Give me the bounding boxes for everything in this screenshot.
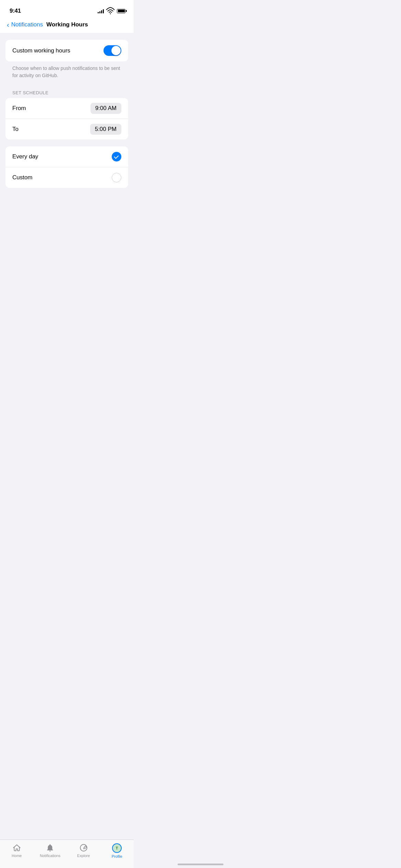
to-row[interactable]: To 5:00 PM	[5, 119, 128, 140]
custom-row[interactable]: Custom	[5, 167, 128, 188]
status-bar: 9:41	[0, 0, 134, 17]
wifi-icon	[106, 7, 115, 15]
status-time: 9:41	[10, 8, 21, 14]
custom-label: Custom	[12, 174, 33, 181]
custom-radio[interactable]	[112, 173, 121, 182]
every-day-row[interactable]: Every day	[5, 146, 128, 167]
description-text: Choose when to allow push notifications …	[5, 65, 128, 85]
every-day-radio[interactable]	[112, 152, 121, 161]
battery-icon	[117, 9, 125, 13]
custom-working-hours-label: Custom working hours	[12, 47, 70, 54]
from-label: From	[12, 105, 26, 112]
every-day-label: Every day	[12, 153, 38, 160]
status-icons	[98, 7, 125, 15]
from-row[interactable]: From 9:00 AM	[5, 98, 128, 119]
nav-header: ‹ Notifications Working Hours	[0, 17, 134, 33]
custom-working-hours-card: Custom working hours	[5, 40, 128, 61]
set-schedule-header: SET SCHEDULE	[5, 85, 128, 98]
schedule-card: From 9:00 AM To 5:00 PM	[5, 98, 128, 140]
to-time[interactable]: 5:00 PM	[90, 124, 121, 135]
day-selection-card: Every day Custom	[5, 146, 128, 188]
custom-working-hours-toggle[interactable]	[104, 45, 121, 56]
page-title: Working Hours	[46, 21, 88, 28]
from-time[interactable]: 9:00 AM	[90, 103, 121, 114]
signal-icon	[98, 9, 104, 13]
toggle-row: Custom working hours	[5, 40, 128, 61]
svg-point-0	[110, 13, 111, 14]
to-label: To	[12, 126, 19, 133]
back-chevron-icon[interactable]: ‹	[7, 21, 9, 28]
back-button[interactable]: Notifications	[11, 21, 43, 28]
main-content: Custom working hours Choose when to allo…	[0, 33, 134, 188]
